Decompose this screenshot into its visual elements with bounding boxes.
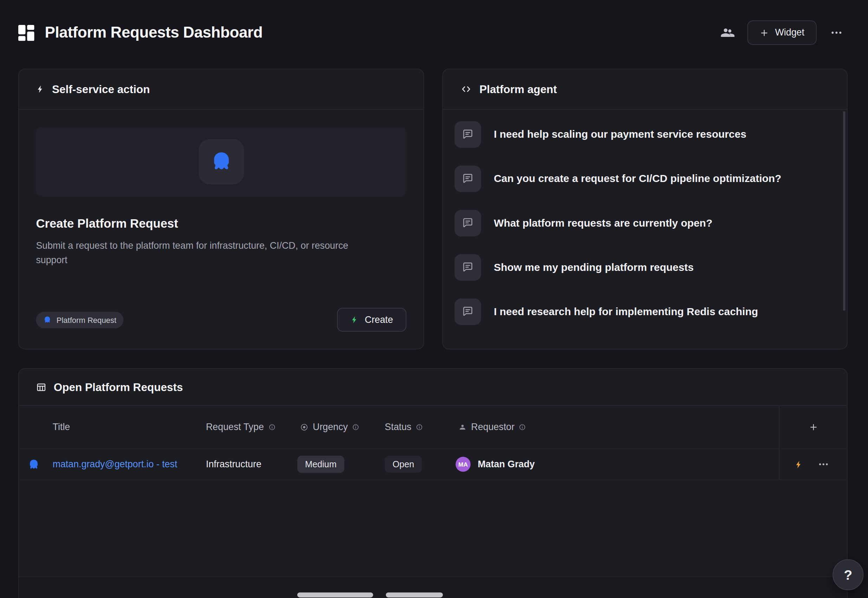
column-label: Title — [53, 422, 70, 433]
octopus-entity-icon — [28, 458, 40, 471]
ellipsis-icon — [818, 459, 829, 470]
column-header-status[interactable]: Status — [385, 422, 456, 433]
table-icon — [36, 382, 46, 392]
person-icon — [458, 423, 467, 432]
bolt-yellow-icon — [795, 459, 803, 469]
octopus-logo-icon — [210, 150, 233, 173]
radio-icon — [300, 423, 308, 432]
platform-agent-widget: Platform agent I need help scaling our p… — [443, 69, 848, 349]
open-requests-widget: Open Platform Requests Title Request Typ… — [18, 368, 848, 598]
column-header-urgency[interactable]: Urgency — [297, 422, 385, 433]
create-button-label: Create — [365, 314, 393, 325]
agent-suggestion-label: I need help scaling our payment service … — [494, 129, 747, 141]
run-action-button[interactable] — [795, 459, 803, 469]
audience-button[interactable] — [717, 21, 739, 43]
chat-icon — [454, 121, 481, 148]
dashboard-page: Platform Requests Dashboard Widget — [0, 0, 868, 598]
row-status-cell: Open — [385, 456, 456, 473]
plus-icon — [759, 28, 769, 37]
row-requestor-cell: MA Matan Grady — [455, 457, 779, 472]
create-button[interactable]: Create — [337, 308, 406, 332]
blueprint-chip-label: Platform Request — [57, 315, 116, 324]
agent-suggestion-label: Show me my pending platform requests — [494, 262, 694, 274]
entity-link[interactable]: matan.grady@getport.io - test — [53, 459, 178, 470]
info-icon[interactable] — [519, 424, 526, 431]
agent-suggestion[interactable]: I need help scaling our payment service … — [443, 112, 847, 157]
page-title: Platform Requests Dashboard — [45, 24, 263, 42]
column-header-requestor[interactable]: Requestor — [455, 422, 779, 433]
avatar: MA — [455, 457, 471, 472]
chat-icon — [454, 298, 481, 325]
open-requests-title: Open Platform Requests — [54, 381, 183, 393]
agent-suggestion[interactable]: Show me my pending platform requests — [443, 245, 847, 290]
agent-suggestion-label: Can you create a request for CI/CD pipel… — [494, 173, 781, 185]
column-header-request-type[interactable]: Request Type — [206, 422, 297, 433]
blueprint-chip[interactable]: Platform Request — [36, 311, 123, 328]
agent-suggestion-label: What platform requests are currently ope… — [494, 217, 712, 229]
column-label: Request Type — [206, 422, 264, 433]
table-header-row: Title Request Type Urgency — [19, 406, 847, 449]
octopus-chip-icon — [43, 315, 52, 324]
agent-suggestion[interactable]: Can you create a request for CI/CD pipel… — [443, 157, 847, 201]
self-service-header: Self-service action — [19, 69, 424, 110]
header-actions: Widget — [717, 20, 848, 45]
code-icon — [460, 84, 472, 94]
row-entity-icon-cell — [28, 458, 53, 471]
self-service-footer: Platform Request Create — [36, 308, 406, 332]
table-row[interactable]: matan.grady@getport.io - test Infrastruc… — [19, 449, 847, 480]
self-service-widget: Self-service action Create Platform Requ… — [18, 69, 424, 349]
action-hero-panel — [36, 127, 406, 197]
info-icon[interactable] — [416, 424, 423, 431]
self-service-body: Create Platform Request Submit a request… — [19, 110, 424, 349]
info-icon[interactable] — [268, 424, 275, 431]
urgency-badge: Medium — [297, 456, 344, 473]
column-header-title[interactable]: Title — [53, 422, 206, 433]
open-requests-header: Open Platform Requests — [19, 369, 847, 406]
agent-suggestion[interactable]: I need research help for implementing Re… — [443, 290, 847, 334]
column-label: Status — [385, 422, 412, 433]
self-service-title: Self-service action — [52, 83, 150, 96]
chat-icon — [454, 210, 481, 236]
column-label: Requestor — [471, 422, 515, 433]
users-icon — [720, 25, 735, 40]
column-label: Urgency — [313, 422, 348, 433]
agent-suggestion-label: I need research help for implementing Re… — [494, 306, 758, 318]
chat-icon — [454, 166, 481, 192]
platform-agent-header: Platform agent — [443, 69, 847, 110]
action-title: Create Platform Request — [36, 217, 406, 231]
action-hero-tile — [199, 139, 244, 184]
action-description: Submit a request to the platform team fo… — [36, 239, 382, 268]
horizontal-scrollbar-thumb[interactable] — [386, 592, 443, 597]
row-urgency-cell: Medium — [297, 456, 385, 473]
add-widget-button[interactable]: Widget — [747, 20, 817, 45]
help-button[interactable]: ? — [832, 559, 864, 590]
plus-icon — [809, 422, 818, 432]
agent-suggestion[interactable]: What platform requests are currently ope… — [443, 201, 847, 245]
table-footer — [19, 577, 847, 598]
scrollbar-thumb[interactable] — [843, 111, 845, 311]
platform-agent-title: Platform agent — [479, 83, 557, 96]
row-menu-button[interactable] — [818, 459, 829, 470]
request-type-value: Infrastructure — [206, 459, 262, 470]
brand: Platform Requests Dashboard — [18, 24, 262, 42]
page-header: Platform Requests Dashboard Widget — [18, 19, 848, 47]
status-badge: Open — [385, 456, 422, 473]
bolt-icon — [36, 84, 45, 94]
row-request-type-cell: Infrastructure — [206, 459, 297, 470]
add-widget-label: Widget — [775, 27, 804, 38]
row-actions-cell — [779, 449, 847, 480]
requestor-name: Matan Grady — [477, 459, 534, 470]
row-title-cell: matan.grady@getport.io - test — [53, 459, 206, 470]
agent-suggestion-list: I need help scaling our payment service … — [443, 110, 847, 334]
bolt-green-icon — [350, 315, 359, 324]
widgets-row: Self-service action Create Platform Requ… — [18, 69, 848, 349]
horizontal-scrollbar-thumb[interactable] — [297, 592, 373, 597]
info-icon[interactable] — [352, 424, 359, 431]
ellipsis-icon — [830, 26, 843, 39]
add-column-button[interactable] — [779, 406, 847, 448]
dashboard-menu-button[interactable] — [826, 21, 848, 43]
chat-icon — [454, 254, 481, 281]
dashboard-icon — [18, 25, 34, 41]
